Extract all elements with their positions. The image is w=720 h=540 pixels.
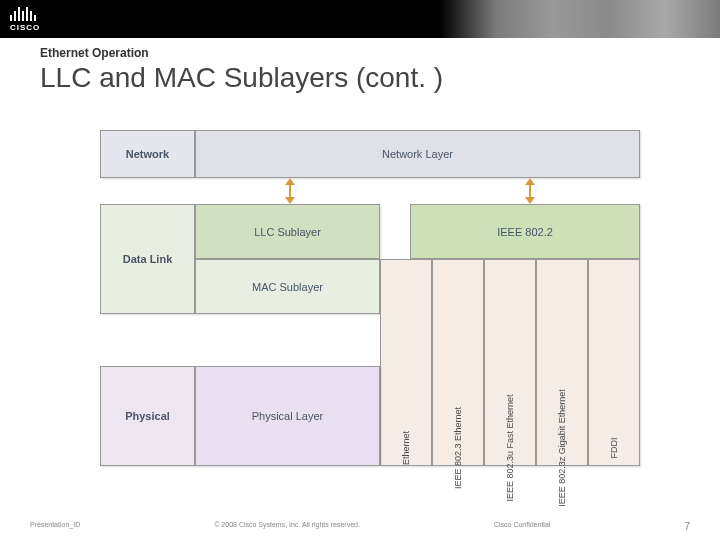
column-8023u: IEEE 802.3u Fast Ethernet (484, 259, 536, 466)
top-banner: CISCO (0, 0, 720, 38)
column-8023: IEEE 802.3 Ethernet (432, 259, 484, 466)
mac-sublayer-block: MAC Sublayer (195, 259, 380, 314)
column-label: Ethernet (401, 431, 411, 465)
column-fddi: FDDI (588, 259, 640, 466)
slide-title: LLC and MAC Sublayers (cont. ) (40, 62, 680, 94)
double-arrow-icon (525, 178, 535, 204)
cisco-logo: CISCO (10, 7, 40, 32)
banner-photo-strip (440, 0, 720, 38)
footer-left: Presentation_ID (30, 521, 80, 532)
column-ethernet: Ethernet (380, 259, 432, 466)
column-label: IEEE 802.3u Fast Ethernet (505, 394, 515, 501)
ieee-8022-block: IEEE 802.2 (410, 204, 640, 259)
network-label-cell: Network (100, 130, 195, 178)
page-number: 7 (684, 521, 690, 532)
llc-sublayer-block: LLC Sublayer (195, 204, 380, 259)
physical-label-cell: Physical (100, 366, 195, 466)
column-label: IEEE 802.3 Ethernet (453, 407, 463, 489)
slide-footer: Presentation_ID © 2008 Cisco Systems, In… (0, 521, 720, 532)
arrow-row (195, 178, 640, 204)
logo-bars-icon (10, 7, 40, 21)
physical-layer-block: Physical Layer (195, 366, 380, 466)
slide-header: Ethernet Operation LLC and MAC Sublayers… (0, 38, 720, 94)
standards-columns: Ethernet IEEE 802.3 Ethernet IEEE 802.3u… (380, 259, 640, 466)
datalink-label-cell: Data Link (100, 204, 195, 314)
network-layer-block: Network Layer (195, 130, 640, 178)
footer-confidential: Cisco Confidential (494, 521, 550, 532)
slide-kicker: Ethernet Operation (40, 46, 680, 60)
layers-diagram: Network Network Layer Data Link LLC Subl… (100, 130, 640, 470)
column-label: IEEE 802.3z Gigabit Ethernet (557, 389, 567, 507)
double-arrow-icon (285, 178, 295, 204)
column-8023z: IEEE 802.3z Gigabit Ethernet (536, 259, 588, 466)
logo-text: CISCO (10, 23, 40, 32)
footer-copyright: © 2008 Cisco Systems, Inc. All rights re… (214, 521, 360, 532)
column-label: FDDI (609, 438, 619, 459)
